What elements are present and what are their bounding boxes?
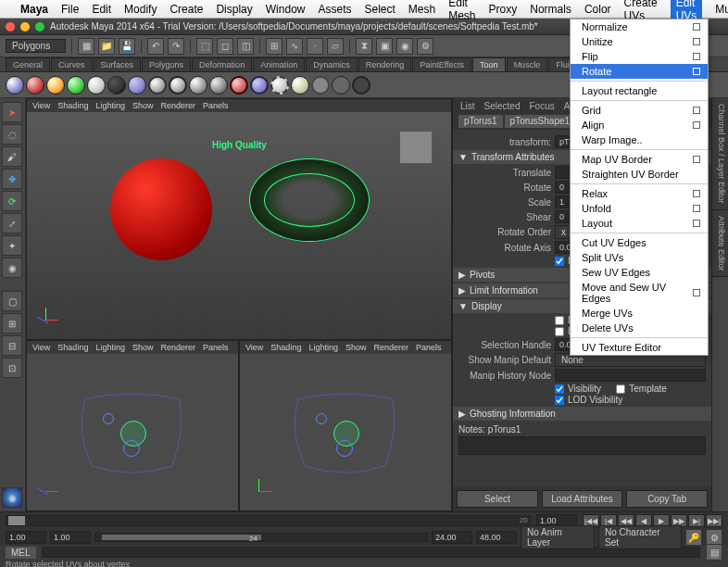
toon-outline-6-icon[interactable] — [250, 76, 269, 94]
shelf-tab-muscle[interactable]: Muscle — [507, 57, 548, 71]
channel-box-tab[interactable]: Channel Box / Layer Editor — [712, 98, 728, 210]
toon-shader-4-icon[interactable] — [67, 76, 85, 94]
history-icon[interactable]: ⧗ — [356, 38, 372, 55]
shelf-tab-general[interactable]: General — [6, 57, 50, 71]
vp-menu-panels[interactable]: Panels — [203, 101, 229, 110]
select-object-icon[interactable]: ◻ — [217, 38, 233, 55]
shelf-tab-painteffects[interactable]: PaintEffects — [412, 57, 471, 71]
ae-node-ptorus1[interactable]: pTorus1 — [458, 115, 503, 128]
template-checkbox[interactable] — [616, 384, 625, 394]
sphere-top-view[interactable] — [123, 440, 140, 457]
menu-mesh[interactable]: Mesh — [408, 3, 435, 16]
menu-item-normalize[interactable]: Normalize — [571, 19, 708, 34]
toon-shader-7-icon[interactable] — [128, 76, 146, 94]
option-box-icon[interactable] — [693, 68, 700, 75]
persp-outliner-icon[interactable]: ⊟ — [2, 335, 22, 356]
copy-tab-button[interactable]: Copy Tab — [626, 490, 708, 508]
shelf-tab-curves[interactable]: Curves — [51, 57, 93, 71]
toon-outline-7-icon[interactable] — [270, 76, 289, 94]
anim-layer-dropdown[interactable]: No Anim Layer — [521, 525, 595, 549]
inherits-transform-checkbox[interactable] — [555, 257, 564, 266]
four-view-icon[interactable]: ⊞ — [2, 313, 22, 334]
range-out-field[interactable] — [432, 531, 472, 544]
viewport-top[interactable]: View Shading Lighting Show Renderer Pane… — [26, 340, 239, 511]
visibility-checkbox[interactable] — [555, 384, 564, 394]
ae-tab-focus[interactable]: Focus — [529, 101, 554, 111]
option-box-icon[interactable] — [693, 121, 700, 129]
toon-shader-1-icon[interactable] — [6, 76, 24, 94]
menu-item-move-and-sew-uv-edges[interactable]: Move and Sew UV Edges — [571, 280, 708, 306]
menu-edit[interactable]: Edit — [92, 3, 111, 16]
last-tool-icon[interactable]: ◉ — [2, 487, 22, 508]
red-sphere-object[interactable] — [110, 158, 212, 260]
option-box-icon[interactable] — [693, 190, 700, 197]
module-dropdown[interactable]: Polygons — [6, 39, 66, 53]
menu-item-uv-texture-editor[interactable]: UV Texture Editor — [571, 340, 708, 355]
zoom-icon[interactable] — [35, 22, 44, 32]
option-box-icon[interactable] — [693, 23, 700, 31]
ae-tab-selected[interactable]: Selected — [484, 101, 521, 111]
menu-item-cut-uv-edges[interactable]: Cut UV Edges — [571, 235, 708, 250]
load-attributes-button[interactable]: Load Attributes — [542, 490, 623, 508]
scale-tool-icon[interactable]: ⤢ — [2, 213, 22, 233]
menu-item-layout-rectangle[interactable]: Layout rectangle — [571, 83, 708, 98]
shelf-tab-toon[interactable]: Toon — [472, 57, 506, 71]
render-settings-icon[interactable]: ⚙ — [417, 38, 433, 55]
ipr-render-icon[interactable]: ◉ — [396, 38, 413, 55]
menu-item-relax[interactable]: Relax — [571, 186, 708, 201]
new-scene-icon[interactable]: ▦ — [78, 38, 94, 55]
vp-menu-renderer[interactable]: Renderer — [160, 101, 195, 110]
menu-muscle[interactable]: Muscle — [715, 3, 728, 16]
toon-outline-8-icon[interactable] — [291, 76, 309, 94]
select-tool-icon[interactable]: ➤ — [2, 102, 22, 122]
vp-menu-shading[interactable]: Shading — [57, 101, 88, 110]
select-button[interactable]: Select — [457, 490, 538, 508]
toon-shader-3-icon[interactable] — [46, 76, 65, 94]
shelf-tab-animation[interactable]: Animation — [253, 57, 305, 71]
menu-assets[interactable]: Assets — [318, 3, 351, 16]
current-time-marker[interactable] — [8, 516, 25, 525]
ae-node-ptorusshape1[interactable]: pTorusShape1 — [505, 115, 576, 128]
shelf-tab-rendering[interactable]: Rendering — [358, 57, 412, 71]
toon-outline-5-icon[interactable] — [230, 76, 248, 94]
menu-proxy[interactable]: Proxy — [489, 3, 518, 16]
shelf-tab-deformation[interactable]: Deformation — [192, 57, 252, 71]
save-scene-icon[interactable]: 💾 — [119, 38, 135, 55]
minimize-icon[interactable] — [20, 22, 30, 32]
select-component-icon[interactable]: ◫ — [237, 38, 254, 55]
hypershade-icon[interactable]: ⊡ — [2, 358, 22, 378]
range-slider[interactable]: 24 — [94, 533, 428, 542]
torus-wireframe-object[interactable] — [249, 158, 370, 242]
toon-fill-3-icon[interactable] — [352, 76, 370, 94]
time-slider-track[interactable]: 120 — [6, 515, 531, 526]
toon-shader-5-icon[interactable] — [87, 76, 106, 94]
toon-outline-2-icon[interactable] — [169, 76, 187, 94]
vp-menu-show[interactable]: Show — [132, 101, 154, 110]
soft-mod-tool-icon[interactable]: ◉ — [2, 258, 22, 278]
sphere-front-view[interactable] — [336, 440, 353, 457]
undo-icon[interactable]: ↶ — [147, 38, 164, 55]
option-box-icon[interactable] — [693, 205, 700, 212]
shelf-tab-dynamics[interactable]: Dynamics — [306, 57, 358, 71]
ae-tab-list[interactable]: List — [460, 101, 475, 111]
menu-item-align[interactable]: Align — [571, 118, 708, 132]
menu-create[interactable]: Create — [169, 3, 203, 16]
menu-item-layout[interactable]: Layout — [571, 216, 708, 231]
paint-select-tool-icon[interactable]: 🖌 — [2, 146, 22, 167]
toon-shader-6-icon[interactable] — [107, 76, 126, 94]
toon-fill-1-icon[interactable] — [311, 76, 330, 94]
range-end-field[interactable] — [476, 531, 517, 544]
menu-item-map-uv-border[interactable]: Map UV Border — [571, 152, 708, 167]
menu-file[interactable]: File — [61, 3, 79, 16]
manipulator-tool-icon[interactable]: ✦ — [2, 235, 22, 256]
menu-item-grid[interactable]: Grid — [571, 103, 708, 118]
notes-field[interactable] — [458, 436, 706, 455]
display-handle-checkbox[interactable] — [555, 316, 564, 325]
render-icon[interactable]: ▣ — [376, 38, 393, 55]
snap-point-icon[interactable]: · — [307, 38, 323, 55]
menu-display[interactable]: Display — [216, 3, 252, 16]
lasso-tool-icon[interactable]: ◌ — [2, 124, 22, 145]
app-name[interactable]: Maya — [20, 3, 48, 16]
menu-select[interactable]: Select — [365, 3, 395, 16]
go-end-icon[interactable]: ▶▶| — [706, 514, 722, 527]
